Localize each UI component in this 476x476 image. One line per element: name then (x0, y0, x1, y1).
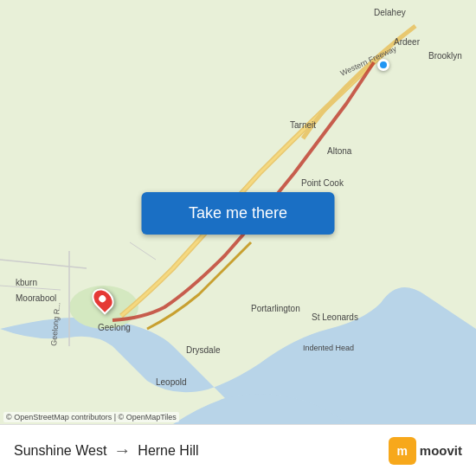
svg-text:Brooklyn: Brooklyn (428, 51, 462, 61)
svg-text:Ardeer: Ardeer (394, 37, 421, 47)
moovit-icon: m (389, 437, 416, 465)
destination-marker (93, 287, 113, 312)
moovit-logo: m moovit (389, 437, 462, 465)
svg-text:Leopold: Leopold (156, 377, 187, 387)
route-arrow-icon: → (113, 441, 131, 460)
map-attribution: © OpenStreetMap contributors | © OpenMap… (3, 412, 179, 422)
take-me-there-button[interactable]: Take me there (142, 192, 335, 235)
svg-text:Delahey: Delahey (374, 8, 406, 17)
svg-text:Altona: Altona (327, 146, 352, 156)
svg-text:Geelong: Geelong (98, 323, 131, 332)
svg-text:Moorabool: Moorabool (16, 293, 56, 303)
svg-text:St Leonards: St Leonards (312, 312, 358, 322)
svg-text:Tarneit: Tarneit (290, 120, 316, 130)
origin-marker (377, 59, 389, 71)
svg-text:Drysdale: Drysdale (186, 345, 221, 355)
route-info: Sunshine West → Herne Hill (14, 441, 199, 460)
destination-label: Herne Hill (138, 443, 198, 459)
moovit-text: moovit (420, 443, 462, 458)
app-container: Delahey Ardeer Brooklyn Western Freeway … (0, 0, 476, 476)
map-area: Delahey Ardeer Brooklyn Western Freeway … (0, 0, 476, 424)
svg-text:Indented Head: Indented Head (303, 344, 354, 352)
svg-text:Point Cook: Point Cook (301, 178, 344, 188)
bottom-bar: Sunshine West → Herne Hill m moovit (0, 424, 476, 476)
origin-label: Sunshine West (14, 443, 106, 459)
svg-text:Portarlington: Portarlington (251, 304, 300, 313)
svg-text:kburn: kburn (16, 278, 37, 287)
